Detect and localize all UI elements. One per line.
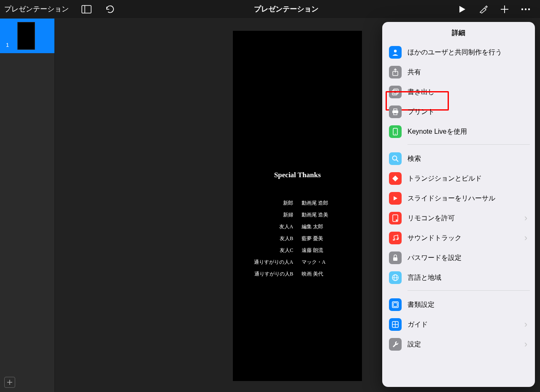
diamond-icon <box>389 172 402 185</box>
svg-point-19 <box>393 156 397 160</box>
menu-label: ガイド <box>408 320 428 329</box>
chevron-right-icon: › <box>524 232 527 243</box>
menu-share[interactable]: 共有 <box>387 62 530 82</box>
menu-rehearse[interactable]: スライドショーをリハーサル <box>387 189 530 208</box>
menu-label: 共有 <box>408 68 421 77</box>
add-slide-button[interactable] <box>4 377 15 388</box>
svg-point-22 <box>396 219 397 221</box>
slide-thumbnail <box>17 22 35 50</box>
credits-block: 新郎動画尾 造郎新婦動画尾 造美友人A編集 太郎友人B藍夢 憂美友人C遠藤 朗流… <box>247 198 348 279</box>
svg-rect-14 <box>394 109 397 111</box>
globe-icon <box>389 271 402 284</box>
menu-guides[interactable]: ガイド › <box>387 315 530 335</box>
wrench-icon <box>389 338 402 351</box>
svg-point-4 <box>521 8 523 10</box>
add-icon[interactable] <box>499 3 510 15</box>
toolbar: プレゼンテーション プレゼンテーション <box>0 0 540 19</box>
play-icon <box>389 192 402 205</box>
credit-name: 編集 太郎 <box>302 222 348 232</box>
menu-label: スライドショーをリハーサル <box>408 194 495 203</box>
menu-label: 設定 <box>408 340 421 349</box>
svg-rect-15 <box>392 111 398 113</box>
undo-icon[interactable] <box>104 3 116 15</box>
menu-label: Keynote Liveを使用 <box>408 127 467 136</box>
menu-remote[interactable]: リモコンを許可 › <box>387 208 530 228</box>
svg-rect-30 <box>394 303 397 307</box>
menu-print[interactable]: プリント <box>387 102 530 122</box>
credit-name: 遠藤 朗流 <box>302 245 348 255</box>
menu-keynote-live[interactable]: Keynote Liveを使用 <box>387 122 530 142</box>
credit-row: 友人C遠藤 朗流 <box>247 245 348 255</box>
menu-label: トランジションとビルド <box>408 174 482 183</box>
credit-role: 新郎 <box>247 198 293 208</box>
view-mode-icon[interactable] <box>81 3 92 15</box>
chevron-right-icon: › <box>524 339 527 350</box>
credit-row: 新婦動画尾 造美 <box>247 210 348 220</box>
menu-label: パスワードを設定 <box>408 254 462 262</box>
more-popover: 詳細 ほかのユーザと共同制作を行う 共有 書き出し プリント <box>382 22 535 387</box>
menu-label: サウンドトラック <box>408 234 462 243</box>
svg-line-20 <box>397 160 399 162</box>
credit-row: 通りすがりの人Aマック・A <box>247 257 348 267</box>
credit-role: 新婦 <box>247 210 293 220</box>
more-icon[interactable] <box>520 3 532 15</box>
document-icon <box>389 298 402 311</box>
credit-role: 友人B <box>247 233 293 243</box>
menu-soundtrack[interactable]: サウンドトラック › <box>387 228 530 248</box>
menu-label: 言語と地域 <box>408 273 441 282</box>
svg-rect-0 <box>82 5 91 13</box>
menu-label: 書類設定 <box>408 300 435 309</box>
credit-name: 藍夢 憂美 <box>302 233 348 243</box>
slide-navigator: 1 <box>0 19 55 392</box>
menu-collaborate[interactable]: ほかのユーザと共同制作を行う <box>387 43 530 62</box>
credit-row: 友人A編集 太郎 <box>247 222 348 232</box>
menu-label: プリント <box>408 108 435 116</box>
play-icon[interactable] <box>456 3 468 15</box>
svg-point-23 <box>393 239 394 241</box>
menu-label: リモコンを許可 <box>408 214 455 223</box>
share-icon <box>389 66 402 78</box>
print-icon <box>389 105 402 118</box>
search-icon <box>389 152 402 165</box>
menu-settings[interactable]: 設定 › <box>387 335 530 354</box>
remote-icon <box>389 212 402 224</box>
credit-row: 通りすがりの人B映画 美代 <box>247 269 348 279</box>
svg-point-9 <box>394 50 397 52</box>
device-icon <box>389 125 402 138</box>
menu-label: ほかのユーザと共同制作を行う <box>408 48 502 57</box>
credit-role: 友人A <box>247 222 293 232</box>
credit-name: マック・A <box>302 257 348 267</box>
slide-thumbnail-1[interactable]: 1 <box>0 19 54 53</box>
menu-doc-setup[interactable]: 書類設定 <box>387 295 530 315</box>
chevron-right-icon: › <box>524 319 527 330</box>
slide[interactable]: Special Thanks 新郎動画尾 造郎新婦動画尾 造美友人A編集 太郎友… <box>233 31 362 381</box>
menu-label: 検索 <box>408 154 421 163</box>
credit-role: 友人C <box>247 245 293 255</box>
format-brush-icon[interactable] <box>478 3 489 15</box>
svg-point-24 <box>397 239 398 240</box>
menu-search[interactable]: 検索 <box>387 149 530 169</box>
slide-heading: Special Thanks <box>274 171 321 179</box>
credit-name: 動画尾 造郎 <box>302 198 348 208</box>
svg-point-5 <box>525 8 526 10</box>
menu-password[interactable]: パスワードを設定 <box>387 248 530 268</box>
credit-role: 通りすがりの人B <box>247 269 293 279</box>
menu-transitions[interactable]: トランジションとビルド <box>387 169 530 189</box>
credit-name: 映画 美代 <box>302 269 348 279</box>
lock-icon <box>389 251 402 264</box>
credit-row: 友人B藍夢 憂美 <box>247 233 348 243</box>
svg-point-18 <box>395 134 396 135</box>
back-button[interactable]: プレゼンテーション <box>4 4 69 14</box>
slide-number: 1 <box>3 42 9 50</box>
menu-language-region[interactable]: 言語と地域 <box>387 268 530 288</box>
popover-title: 詳細 <box>382 22 535 43</box>
svg-rect-25 <box>393 257 397 261</box>
credit-row: 新郎動画尾 造郎 <box>247 198 348 208</box>
guides-icon <box>389 318 402 331</box>
chevron-right-icon: › <box>524 213 527 224</box>
person-icon <box>389 46 402 59</box>
document-title: プレゼンテーション <box>116 4 456 14</box>
svg-point-6 <box>528 8 530 10</box>
music-icon <box>389 232 402 244</box>
credit-role: 通りすがりの人A <box>247 257 293 267</box>
